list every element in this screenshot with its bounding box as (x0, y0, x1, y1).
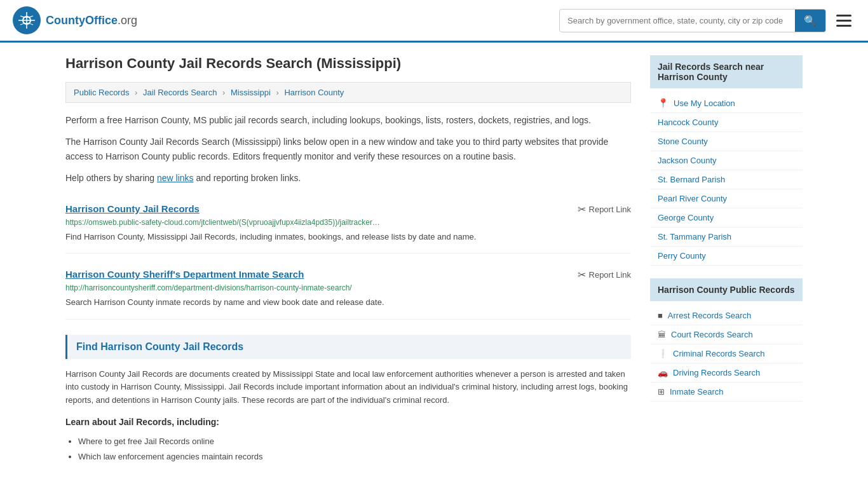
learn-item-2: Which law enforcement agencies maintain … (78, 449, 631, 464)
new-links-link[interactable]: new links (157, 173, 194, 183)
logo-area: CountyOffice.org (13, 6, 137, 34)
main-container: Harrison County Jail Records Search (Mis… (53, 43, 815, 477)
intro-paragraph-1: Perform a free Harrison County, MS publi… (65, 113, 631, 127)
location-icon: 📍 (658, 98, 668, 108)
search-input[interactable] (560, 11, 795, 30)
breadcrumb-link-jail-records-search[interactable]: Jail Records Search (143, 88, 217, 97)
record-card-1: Harrison County Jail Records ✂ Report Li… (65, 193, 631, 254)
sidebar-court-records-link[interactable]: 🏛 Court Records Search (650, 325, 803, 344)
record-title-1[interactable]: Harrison County Jail Records (65, 203, 200, 214)
learn-title: Learn about Jail Records, including: (65, 415, 631, 429)
search-bar: 🔍 (559, 9, 826, 32)
breadcrumb-link-public-records[interactable]: Public Records (74, 88, 129, 97)
sidebar-link-george[interactable]: George County (650, 208, 803, 227)
page-title: Harrison County Jail Records Search (Mis… (65, 55, 631, 72)
criminal-records-icon: ❕ (658, 349, 668, 358)
search-button[interactable]: 🔍 (795, 10, 825, 32)
sidebar-link-st-tammany[interactable]: St. Tammany Parish (650, 227, 803, 247)
hamburger-line (836, 20, 851, 22)
sidebar-link-pearl-river[interactable]: Pearl River County (650, 189, 803, 208)
record-url-1: https://omsweb.public-safety-cloud.com/j… (65, 218, 631, 227)
sidebar-inmate-search-link[interactable]: ⊞ Inmate Search (650, 383, 803, 402)
intro-paragraph-3: Help others by sharing new links and rep… (65, 171, 631, 185)
sidebar-link-perry[interactable]: Perry County (650, 247, 803, 266)
logo-text: CountyOffice.org (46, 14, 137, 27)
sidebar-public-records-title: Harrison County Public Records (650, 278, 803, 301)
sidebar-nearby-title: Jail Records Search near Harrison County (650, 55, 803, 88)
report-link-button-1[interactable]: ✂ Report Link (578, 203, 631, 215)
hamburger-line (836, 15, 851, 17)
breadcrumb: Public Records › Jail Records Search › M… (65, 82, 631, 103)
header: CountyOffice.org 🔍 (0, 0, 868, 43)
arrest-records-icon: ■ (658, 311, 663, 320)
breadcrumb-link-mississippi[interactable]: Mississippi (231, 88, 271, 97)
record-title-2[interactable]: Harrison County Sheriff's Department Inm… (65, 269, 304, 280)
inmate-search-icon: ⊞ (658, 387, 665, 396)
record-desc-2: Search Harrison County inmate records by… (65, 296, 631, 309)
logo-icon (13, 6, 41, 34)
sidebar-arrest-records-link[interactable]: ■ Arrest Records Search (650, 306, 803, 325)
sidebar-link-jackson[interactable]: Jackson County (650, 151, 803, 170)
learn-item-1: Where to get free Jail Records online (78, 434, 631, 449)
sidebar-link-stone[interactable]: Stone County (650, 132, 803, 151)
sidebar-driving-records-link[interactable]: 🚗 Driving Records Search (650, 363, 803, 383)
content-area: Harrison County Jail Records Search (Mis… (65, 55, 631, 464)
record-card-header-1: Harrison County Jail Records ✂ Report Li… (65, 203, 631, 215)
sidebar-link-hancock[interactable]: Hancock County (650, 113, 803, 132)
record-desc-1: Find Harrison County, Mississippi Jail R… (65, 231, 631, 243)
scissors-icon-2: ✂ (578, 269, 586, 281)
sidebar-link-st-bernard[interactable]: St. Bernard Parish (650, 170, 803, 189)
breadcrumb-link-harrison-county[interactable]: Harrison County (284, 88, 344, 97)
header-right: 🔍 (559, 9, 855, 32)
record-card-header-2: Harrison County Sheriff's Department Inm… (65, 269, 631, 281)
scissors-icon-1: ✂ (578, 203, 586, 215)
search-icon: 🔍 (804, 15, 817, 26)
learn-list: Where to get free Jail Records online Wh… (65, 434, 631, 464)
find-section-paragraph: Harrison County Jail Records are documen… (65, 368, 631, 407)
intro-paragraph-2: The Harrison County Jail Records Search … (65, 135, 631, 163)
use-location-link[interactable]: 📍 Use My Location (650, 93, 803, 113)
hamburger-line (836, 25, 851, 27)
record-card-2: Harrison County Sheriff's Department Inm… (65, 259, 631, 320)
record-url-2: http://harrisoncountysheriff.com/departm… (65, 283, 631, 292)
sidebar-criminal-records-link[interactable]: ❕ Criminal Records Search (650, 344, 803, 363)
sidebar-public-records-section: Harrison County Public Records ■ Arrest … (650, 278, 803, 402)
find-section-title: Find Harrison County Jail Records (65, 335, 631, 359)
driving-records-icon: 🚗 (658, 368, 668, 377)
report-link-button-2[interactable]: ✂ Report Link (578, 269, 631, 281)
sidebar: Jail Records Search near Harrison County… (650, 55, 803, 464)
court-records-icon: 🏛 (658, 330, 666, 339)
find-section: Find Harrison County Jail Records Harris… (65, 335, 631, 464)
sidebar-nearby-section: Jail Records Search near Harrison County… (650, 55, 803, 266)
hamburger-button[interactable] (832, 11, 855, 30)
